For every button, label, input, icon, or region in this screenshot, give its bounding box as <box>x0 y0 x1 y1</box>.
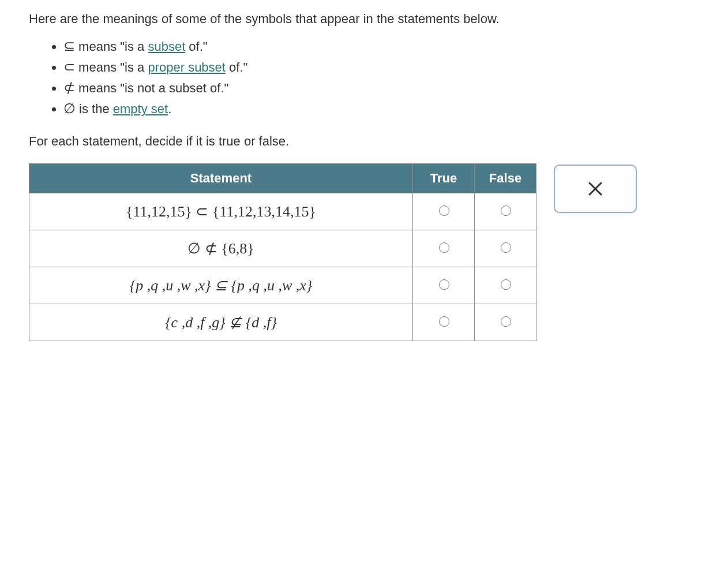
bullet-text: means "is not a subset of." <box>75 81 228 95</box>
empty-set-symbol: ∅ <box>63 101 76 116</box>
statement-1: {11,12,15} ⊂ {11,12,13,14,15} <box>29 193 413 230</box>
bullet-subset: ⊆ means "is a subset of." <box>63 38 699 54</box>
row4-true-radio[interactable] <box>439 316 449 327</box>
col-true: True <box>413 164 475 193</box>
bullet-empty-set: ∅ is the empty set. <box>63 100 699 117</box>
statement-3: {p ,q ,u ,w ,x} ⊆ {p ,q ,u ,w ,x} <box>29 267 413 304</box>
bullet-text-post: of." <box>226 60 247 74</box>
table-row: {11,12,15} ⊂ {11,12,13,14,15} <box>29 193 536 230</box>
row4-false-radio[interactable] <box>501 316 511 327</box>
bullet-text: means "is a <box>75 39 148 54</box>
link-subset[interactable]: subset <box>148 39 185 54</box>
table-row: ∅ ⊄ {6,8} <box>29 230 536 267</box>
row2-true-radio[interactable] <box>439 242 449 253</box>
intro-text: Here are the meanings of some of the sym… <box>29 12 699 27</box>
row2-false-radio[interactable] <box>501 242 511 253</box>
row1-true-radio[interactable] <box>439 206 449 216</box>
row1-false-radio[interactable] <box>501 206 511 216</box>
table-row: {c ,d ,f ,g} ⊈ {d ,f} <box>29 304 536 341</box>
proper-subset-symbol: ⊂ <box>63 59 75 74</box>
statements-table: Statement True False {11,12,15} ⊂ {11,12… <box>29 163 536 341</box>
bullet-text: is the <box>76 102 113 116</box>
statement-2: ∅ ⊄ {6,8} <box>29 230 413 267</box>
symbol-list: ⊆ means "is a subset of." ⊂ means "is a … <box>29 38 699 117</box>
link-empty-set[interactable]: empty set <box>113 102 168 116</box>
close-icon <box>587 181 603 197</box>
bullet-not-subset: ⊄ means "is not a subset of." <box>63 80 699 96</box>
instruction-text: For each statement, decide if it is true… <box>29 134 699 149</box>
statement-4: {c ,d ,f ,g} ⊈ {d ,f} <box>29 304 413 341</box>
bullet-text-post: of." <box>185 39 207 54</box>
row3-false-radio[interactable] <box>501 279 511 290</box>
bullet-text-post: . <box>168 102 171 116</box>
close-button[interactable] <box>554 165 637 213</box>
col-false: False <box>475 164 536 193</box>
bullet-text: means "is a <box>75 60 148 74</box>
row3-true-radio[interactable] <box>439 279 449 290</box>
subset-symbol: ⊆ <box>63 39 75 54</box>
bullet-proper-subset: ⊂ means "is a proper subset of." <box>63 59 699 75</box>
not-subset-symbol: ⊄ <box>63 80 75 95</box>
col-statement: Statement <box>29 164 413 193</box>
link-proper-subset[interactable]: proper subset <box>148 60 226 74</box>
table-row: {p ,q ,u ,w ,x} ⊆ {p ,q ,u ,w ,x} <box>29 267 536 304</box>
